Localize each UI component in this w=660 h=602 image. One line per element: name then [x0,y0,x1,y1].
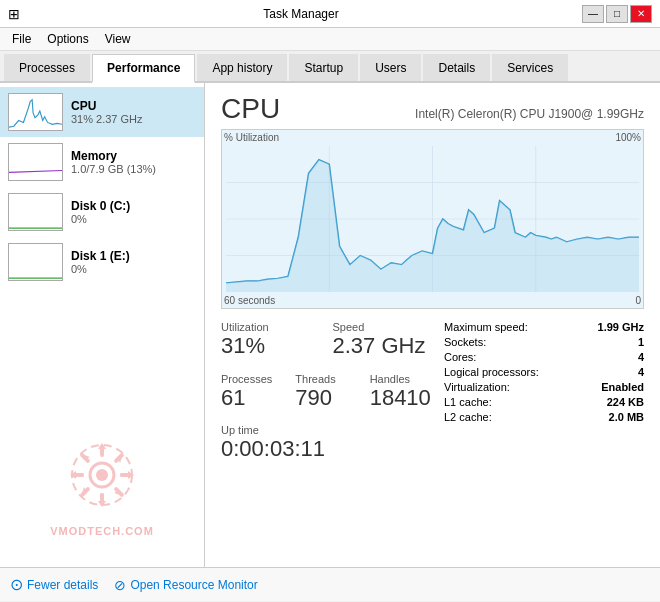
svg-rect-7 [100,493,104,505]
close-button[interactable]: ✕ [630,5,652,23]
memory-sub: 1.0/7.9 GB (13%) [71,163,156,175]
svg-rect-14 [79,486,90,497]
utilization-label: Utilization [221,321,323,333]
cpu-svg-chart [222,130,643,308]
svg-rect-12 [113,486,124,497]
cpu-label: CPU [71,99,143,113]
memory-info: Memory 1.0/7.9 GB (13%) [71,149,156,175]
open-monitor-label: Open Resource Monitor [130,578,257,592]
svg-rect-15 [72,473,84,477]
svg-point-17 [72,445,132,505]
sidebar-item-cpu[interactable]: CPU 31% 2.37 GHz [0,87,204,137]
menu-file[interactable]: File [4,30,39,48]
virtualization-row: Virtualization: Enabled [444,381,644,393]
l2-row: L2 cache: 2.0 MB [444,411,644,423]
title-bar-left: ⊞ [8,6,20,22]
svg-rect-0 [9,94,62,130]
menu-view[interactable]: View [97,30,139,48]
detail-title: CPU [221,93,280,125]
chart-y-max: 100% [615,132,641,143]
open-monitor-button[interactable]: ⊘ Open Resource Monitor [114,577,257,593]
sidebar-item-disk1[interactable]: Disk 1 (E:) 0% [0,237,204,287]
svg-rect-2 [9,194,62,230]
sidebar-item-disk0[interactable]: Disk 0 (C:) 0% [0,187,204,237]
disk1-info: Disk 1 (E:) 0% [71,249,130,275]
svg-point-5 [96,469,108,481]
svg-marker-22 [117,454,123,463]
tab-bar: Processes Performance App history Startu… [0,51,660,83]
threads-label: Threads [295,373,359,385]
l2-label: L2 cache: [444,411,492,423]
tab-app-history[interactable]: App history [197,54,287,81]
watermark-logo [52,425,152,525]
fewer-details-button[interactable]: ⊙ Fewer details [10,575,98,594]
cores-label: Cores: [444,351,476,363]
menu-options[interactable]: Options [39,30,96,48]
speed-value: 2.37 GHz [333,333,435,359]
tab-performance[interactable]: Performance [92,54,195,83]
disk0-sub: 0% [71,213,130,225]
footer: ⊙ Fewer details ⊘ Open Resource Monitor [0,567,660,601]
maximize-button[interactable]: □ [606,5,628,23]
cpu-info: CPU 31% 2.37 GHz [71,99,143,125]
uptime-label: Up time [221,424,434,436]
title-bar: ⊞ Task Manager — □ ✕ [0,0,660,28]
open-monitor-icon: ⊘ [114,577,126,593]
svg-rect-9 [120,473,132,477]
sidebar-item-memory[interactable]: Memory 1.0/7.9 GB (13%) [0,137,204,187]
svg-rect-13 [100,493,104,505]
disk0-label: Disk 0 (C:) [71,199,130,213]
virtualization-label: Virtualization: [444,381,510,393]
left-stats: Utilization 31% Speed 2.37 GHz Processes… [221,317,434,462]
svg-marker-24 [81,454,90,460]
l1-label: L1 cache: [444,396,492,408]
disk0-thumbnail [8,193,63,231]
cpu-thumbnail [8,93,63,131]
svg-rect-3 [9,244,62,280]
stats-area: Utilization 31% Speed 2.37 GHz Processes… [221,317,644,462]
logical-label: Logical processors: [444,366,539,378]
svg-rect-10 [113,452,124,463]
cpu-chart-area: % Utilization 100% 60 seconds 0 [221,129,644,309]
svg-marker-19 [98,501,106,507]
processes-label: Processes [221,373,285,385]
memory-label: Memory [71,149,156,163]
disk0-info: Disk 0 (C:) 0% [71,199,130,225]
tab-startup[interactable]: Startup [289,54,358,81]
app-icon: ⊞ [8,6,20,22]
fewer-details-icon: ⊙ [10,575,23,594]
threads-value: 790 [295,385,359,411]
minimize-button[interactable]: — [582,5,604,23]
handles-label: Handles [370,373,434,385]
memory-thumbnail [8,143,63,181]
tab-processes[interactable]: Processes [4,54,90,81]
l1-row: L1 cache: 224 KB [444,396,644,408]
utilization-value: 31% [221,333,323,359]
max-speed-row: Maximum speed: 1.99 GHz [444,321,644,333]
l1-value: 224 KB [607,396,644,408]
tab-services[interactable]: Services [492,54,568,81]
cores-value: 4 [638,351,644,363]
detail-subtitle: Intel(R) Celeron(R) CPU J1900@ 1.99GHz [415,107,644,121]
uptime-block: Up time 0:00:03:11 [221,424,434,462]
svg-rect-8 [72,473,84,477]
speed-block: Speed 2.37 GHz [333,317,435,363]
tab-users[interactable]: Users [360,54,421,81]
cores-row: Cores: 4 [444,351,644,363]
disk1-sub: 0% [71,263,130,275]
svg-rect-11 [120,473,132,477]
svg-marker-21 [128,471,134,479]
processes-block: Processes 61 [221,369,285,415]
watermark-text: VMODTECH.COM [50,525,154,537]
sockets-row: Sockets: 1 [444,336,644,348]
detail-header: CPU Intel(R) Celeron(R) CPU J1900@ 1.99G… [221,93,644,125]
handles-block: Handles 18410 [370,369,434,415]
threads-block: Threads 790 [295,369,359,415]
max-speed-value: 1.99 GHz [598,321,644,333]
cpu-sub: 31% 2.37 GHz [71,113,143,125]
logical-row: Logical processors: 4 [444,366,644,378]
uptime-value: 0:00:03:11 [221,436,434,462]
window-title: Task Manager [20,7,582,21]
utilization-block: Utilization 31% [221,317,323,363]
tab-details[interactable]: Details [423,54,490,81]
